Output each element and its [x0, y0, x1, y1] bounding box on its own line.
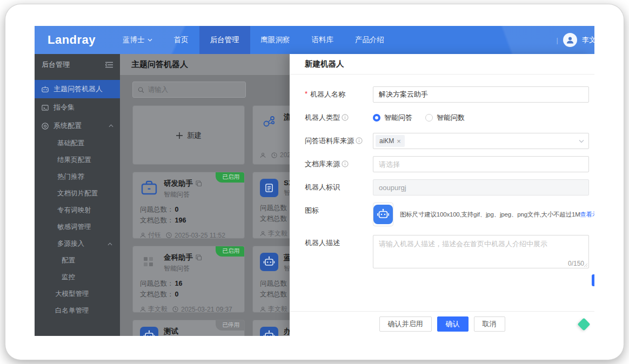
- divider: |: [557, 36, 558, 44]
- sidebar-item-ms-config[interactable]: 配置: [35, 252, 120, 269]
- nav-item-admin[interactable]: 后台管理: [199, 26, 250, 54]
- status-badge: 已停用: [216, 320, 245, 331]
- icon-hint-text: 图标尺寸建议100x100,支持gif、jpg、jpeg、png文件,大小不超过…: [400, 211, 594, 219]
- form-row-doclib: 文档库来源: [305, 156, 589, 172]
- info-icon[interactable]: [342, 114, 349, 121]
- clock-icon: [172, 306, 178, 312]
- sidebar-item-topic-qa-robot[interactable]: 主题问答机器人: [35, 80, 120, 98]
- copy-icon[interactable]: [196, 180, 202, 187]
- gear-icon: [41, 122, 49, 130]
- chevron-down-icon: [579, 139, 584, 143]
- sidebar-item-doc-slice-config[interactable]: 文档切片配置: [35, 185, 120, 202]
- radio-dot: [373, 114, 380, 122]
- copy-icon[interactable]: [196, 254, 202, 261]
- form-row-corpus: 问答语料库来源 aiKM ×: [305, 133, 589, 149]
- page-title: 主题问答机器人: [131, 59, 188, 70]
- form-row-name: *机器人名称: [305, 86, 589, 103]
- sidebar-title: 后台管理: [42, 60, 70, 70]
- view-example-link[interactable]: 查看示例: [580, 211, 594, 218]
- cancel-button[interactable]: 取消: [474, 316, 505, 332]
- doclib-source-input[interactable]: [373, 156, 589, 172]
- robot-name-input[interactable]: [373, 86, 589, 103]
- create-robot-card[interactable]: 新建: [132, 105, 245, 165]
- radio-smart-qa[interactable]: 智能问答: [373, 113, 412, 123]
- sidebar-item-llm-management[interactable]: 大模型管理: [35, 286, 120, 302]
- landray-logo: Landray: [48, 33, 96, 47]
- sidebar-header: 后台管理: [35, 54, 120, 76]
- drawer-title: 新建机器人: [290, 54, 594, 75]
- person-icon: [566, 36, 574, 44]
- confirm-and-enable-button[interactable]: 确认并启用: [379, 316, 432, 332]
- selected-tag: aiKM ×: [376, 135, 405, 147]
- chevron-up-icon: [109, 124, 113, 127]
- sidebar-item-multi-source[interactable]: 多源接入: [35, 235, 120, 252]
- info-icon[interactable]: [356, 137, 363, 144]
- create-robot-form: *机器人名称 机器人类型 智能问答 智能问数 问答语料库来源: [290, 75, 594, 271]
- robot-icon: [260, 327, 278, 336]
- user-name[interactable]: 李文毅: [582, 35, 594, 45]
- radio-dot: [425, 114, 433, 122]
- sidebar-item-basic-config[interactable]: 基础配置: [35, 135, 120, 152]
- chevron-down-icon: [148, 38, 152, 42]
- share-nodes-icon: [260, 112, 278, 131]
- sidebar-item-system-config[interactable]: 系统配置: [35, 117, 120, 135]
- robot-card-test[interactable]: 已停用 测试 智能问数: [132, 320, 245, 336]
- robot-card-rd[interactable]: 已启用 研发助手 智能问答 问题总数：0: [132, 172, 245, 239]
- drawer-footer: 确认并启用 确认 取消: [290, 311, 594, 336]
- sidebar-menu: 主题问答机器人 指令集 系统配置 基础配置 结果页配置 热门推荐 文档切片配置 …: [35, 76, 120, 319]
- sidebar: 后台管理 主题问答机器人 指令集 系统配置 基础配置 结果页配置 热门推荐: [35, 54, 120, 336]
- icon-upload-button[interactable]: [373, 203, 393, 226]
- search-input[interactable]: [148, 86, 240, 93]
- sidebar-item-whitelist[interactable]: 白名单管理: [35, 302, 120, 319]
- user-avatar[interactable]: [563, 33, 577, 47]
- form-row-type: 机器人类型 智能问答 智能问数: [305, 110, 589, 126]
- nav-item-product[interactable]: 产品介绍: [344, 26, 395, 54]
- clock-icon: [166, 232, 172, 238]
- nav-item-corpus[interactable]: 语料库: [301, 26, 345, 54]
- radio-smart-data[interactable]: 智能问数: [425, 113, 465, 123]
- sidebar-item-sensitive-words[interactable]: 敏感词管理: [35, 219, 120, 235]
- collapse-sidebar-icon[interactable]: [105, 62, 113, 68]
- command-set-icon: [41, 104, 49, 112]
- briefcase-icon: [140, 179, 158, 197]
- nav-user-area: | 李文毅: [557, 26, 594, 54]
- form-row-icon: 图标 图标尺寸建议100x100,支持gif、jpg、jpeg、png文件,大小…: [305, 203, 589, 226]
- robot-icon: [140, 327, 158, 336]
- chevron-up-icon: [108, 242, 112, 246]
- info-icon[interactable]: [342, 160, 349, 167]
- robot-icon: [41, 85, 49, 93]
- nav-item-home[interactable]: 首页: [163, 26, 199, 54]
- form-row-desc: 机器人描述 0/150: [305, 235, 589, 271]
- plus-icon: [176, 132, 183, 139]
- person-icon: [260, 152, 266, 158]
- sidebar-item-result-page-config[interactable]: 结果页配置: [35, 152, 120, 168]
- person-icon: [260, 306, 266, 312]
- close-icon[interactable]: ×: [397, 137, 401, 145]
- robot-code-input: [373, 179, 589, 196]
- app-window: Landray 蓝博士 首页 后台管理 鹰眼洞察 语料库 产品介绍 | 李文毅 …: [35, 26, 594, 336]
- search-icon: [138, 86, 144, 93]
- robot-desc-textarea[interactable]: [373, 235, 589, 268]
- sidebar-item-term-mapping[interactable]: 专有词映射: [35, 202, 120, 219]
- status-badge: 已启用: [216, 246, 245, 257]
- resize-handle[interactable]: [584, 260, 588, 269]
- grid-logo-icon: [140, 253, 158, 271]
- status-badge: 已启用: [216, 172, 245, 183]
- person-icon: [260, 231, 266, 237]
- search-box[interactable]: [132, 82, 246, 98]
- floating-widget-edge[interactable]: [592, 274, 594, 286]
- sidebar-item-hot-recommend[interactable]: 热门推荐: [35, 168, 120, 185]
- confirm-button[interactable]: 确认: [437, 316, 469, 332]
- robot-card-jinke[interactable]: 已启用 金科助手 智能问答 问题总数：16: [132, 246, 245, 313]
- corpus-source-select[interactable]: aiKM ×: [373, 133, 589, 149]
- required-asterisk: *: [305, 90, 307, 98]
- sidebar-item-ms-monitor[interactable]: 监控: [35, 269, 120, 286]
- nav-item-lanboshi[interactable]: 蓝博士: [112, 26, 163, 54]
- robot-icon: [260, 253, 278, 271]
- char-counter: 0/150: [568, 260, 584, 267]
- nav-item-insight[interactable]: 鹰眼洞察: [250, 26, 301, 54]
- sidebar-item-command-set[interactable]: 指令集: [35, 98, 120, 117]
- nav-menu: 蓝博士 首页 后台管理 鹰眼洞察 语料库 产品介绍: [112, 26, 395, 54]
- person-icon: [140, 306, 146, 312]
- robot-avatar-icon: [373, 205, 393, 224]
